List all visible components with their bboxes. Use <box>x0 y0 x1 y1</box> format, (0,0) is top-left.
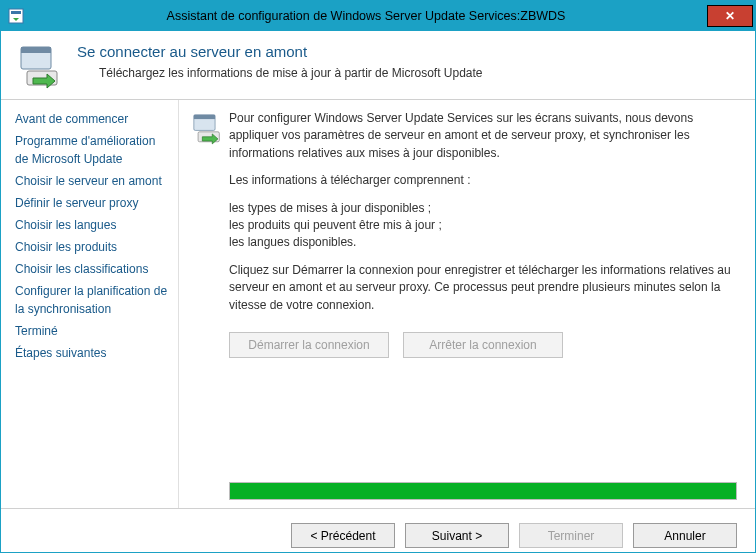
sidebar-item-improvement-program[interactable]: Programme d'amélioration de Microsoft Up… <box>15 132 172 168</box>
content-bullet-group: les types de mises à jour disponibles ; … <box>229 200 737 252</box>
sidebar-item-choose-classifications[interactable]: Choisir les classifications <box>15 260 172 278</box>
wizard-header: Se connecter au serveur en amont Télécha… <box>1 31 755 100</box>
content-pane: Pour configurer Windows Server Update Se… <box>179 100 755 508</box>
close-button[interactable]: ✕ <box>707 5 753 27</box>
wizard-footer: < Précédent Suivant > Terminer Annuler <box>1 508 755 553</box>
back-button[interactable]: < Précédent <box>291 523 395 548</box>
start-connection-button: Démarrer la connexion <box>229 332 389 358</box>
svg-rect-6 <box>194 115 215 119</box>
header-icon <box>17 43 65 91</box>
stop-connection-button: Arrêter la connexion <box>403 332 563 358</box>
progress-bar <box>229 482 737 500</box>
page-title: Se connecter au serveur en amont <box>77 43 483 60</box>
content-paragraph-instruction: Cliquez sur Démarrer la connexion pour e… <box>229 262 737 314</box>
sidebar-item-choose-products[interactable]: Choisir les produits <box>15 238 172 256</box>
sidebar-item-before-begin[interactable]: Avant de commencer <box>15 110 172 128</box>
finish-button: Terminer <box>519 523 623 548</box>
content-paragraph-includes: Les informations à télécharger comprenne… <box>229 172 737 189</box>
content-bullet: les produits qui peuvent être mis à jour… <box>229 217 737 234</box>
sidebar-item-upstream-server[interactable]: Choisir le serveur en amont <box>15 172 172 190</box>
title-bar: Assistant de configuration de Windows Se… <box>1 1 755 31</box>
steps-sidebar: Avant de commencer Programme d'améliorat… <box>1 100 179 508</box>
connection-buttons: Démarrer la connexion Arrêter la connexi… <box>229 332 737 358</box>
sidebar-item-sync-schedule[interactable]: Configurer la planification de la synchr… <box>15 282 172 318</box>
sidebar-item-proxy-server[interactable]: Définir le serveur proxy <box>15 194 172 212</box>
window-title: Assistant de configuration de Windows Se… <box>25 9 707 23</box>
content-bullet: les langues disponibles. <box>229 234 737 251</box>
close-icon: ✕ <box>725 9 735 23</box>
svg-rect-1 <box>11 11 21 14</box>
app-icon <box>7 7 25 25</box>
svg-rect-3 <box>21 47 51 53</box>
sidebar-item-next-steps[interactable]: Étapes suivantes <box>15 344 172 362</box>
content-paragraph-intro: Pour configurer Windows Server Update Se… <box>229 110 737 162</box>
sidebar-item-finished[interactable]: Terminé <box>15 322 172 340</box>
content-bullet: les types de mises à jour disponibles ; <box>229 200 737 217</box>
progress-bar-container <box>229 482 737 500</box>
content-icon <box>191 110 229 498</box>
main-area: Avant de commencer Programme d'améliorat… <box>1 100 755 508</box>
sidebar-item-choose-languages[interactable]: Choisir les langues <box>15 216 172 234</box>
cancel-button[interactable]: Annuler <box>633 523 737 548</box>
page-subtitle: Téléchargez les informations de mise à j… <box>77 66 483 80</box>
progress-fill <box>230 483 736 499</box>
next-button[interactable]: Suivant > <box>405 523 509 548</box>
